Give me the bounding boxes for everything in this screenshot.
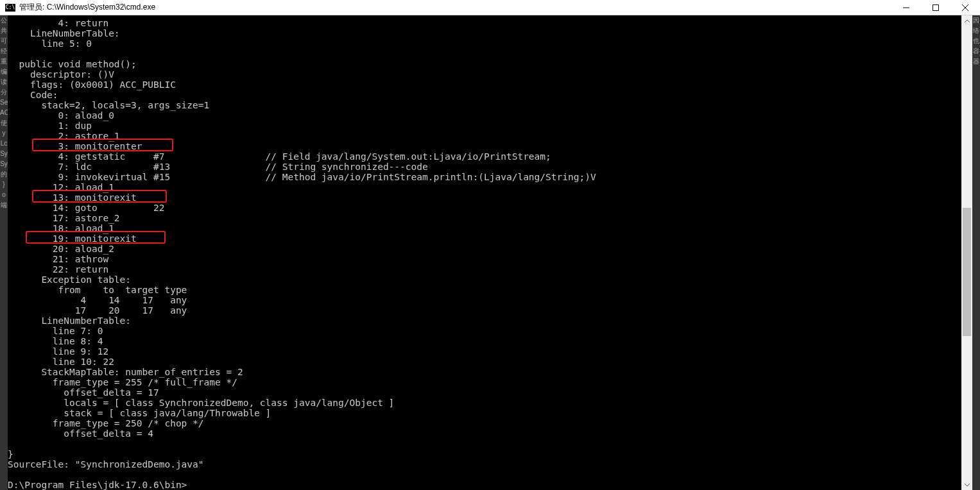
close-icon <box>962 4 968 11</box>
terminal-line: LineNumberTable: <box>8 316 961 326</box>
window-title: 管理员: C:\Windows\System32\cmd.exe <box>19 2 155 13</box>
right-occluded-strip: 因络也容器 <box>972 15 980 490</box>
terminal-line: locals = [ class SynchronizedDemo, class… <box>8 398 961 408</box>
maximize-icon <box>933 4 939 11</box>
terminal-line: frame_type = 250 /* chop */ <box>8 418 961 428</box>
cmd-icon: C:\ <box>5 4 15 12</box>
terminal-line: 0: aload_0 <box>8 110 961 121</box>
terminal-line <box>8 49 961 59</box>
terminal-line: Exception table: <box>8 275 961 285</box>
terminal-line: line 5: 0 <box>8 38 961 49</box>
svg-rect-1 <box>933 4 939 10</box>
terminal-output[interactable]: 4: return LineNumberTable: line 5: 0 pub… <box>8 15 961 490</box>
scroll-down-button[interactable] <box>961 479 972 490</box>
chevron-up-icon <box>965 19 970 24</box>
terminal-line: 18: aload_1 <box>8 223 961 233</box>
terminal-line: 7: ldc #13 // String synchronized---code <box>8 162 961 172</box>
terminal-line: 9: invokevirtual #15 // Method java/io/P… <box>8 172 961 182</box>
terminal-line: line 9: 12 <box>8 346 961 357</box>
terminal-line: 17 20 17 any <box>8 305 961 316</box>
terminal-line: D:\Program Files\jdk-17.0.6\bin> <box>8 480 961 490</box>
terminal-line: StackMapTable: number_of_entries = 2 <box>8 367 961 377</box>
minimize-button[interactable] <box>891 0 921 15</box>
chevron-down-icon <box>965 482 970 487</box>
close-button[interactable] <box>950 0 980 15</box>
terminal-line: 19: monitorexit <box>8 233 961 244</box>
cmd-window: C:\ 管理员: C:\Windows\System32\cmd.exe 公共可… <box>0 0 980 490</box>
terminal-line: line 7: 0 <box>8 326 961 336</box>
scrollbar[interactable] <box>961 15 972 490</box>
scroll-thumb[interactable] <box>963 208 971 336</box>
terminal-line <box>8 439 961 449</box>
titlebar[interactable]: C:\ 管理员: C:\Windows\System32\cmd.exe <box>0 0 980 15</box>
terminal-line: 12: aload_1 <box>8 182 961 192</box>
terminal-line: 17: astore_2 <box>8 213 961 223</box>
terminal-line: flags: (0x0001) ACC_PUBLIC <box>8 80 961 90</box>
terminal-line: frame_type = 255 /* full_frame */ <box>8 377 961 387</box>
minimize-icon <box>903 4 909 11</box>
terminal-line: Code: <box>8 90 961 100</box>
terminal-line: SourceFile: "SynchronizedDemo.java" <box>8 459 961 469</box>
terminal-line: LineNumberTable: <box>8 28 961 38</box>
maximize-button[interactable] <box>921 0 950 15</box>
terminal-line: 4: return <box>8 18 961 28</box>
terminal-line: 4 14 17 any <box>8 295 961 305</box>
terminal-line: 21: athrow <box>8 254 961 264</box>
terminal-line: 2: astore_1 <box>8 131 961 141</box>
terminal-line: line 10: 22 <box>8 357 961 367</box>
client-area: 公共可经重编读分SeAC使yLcSySy的}o端 4: return LineN… <box>0 15 980 490</box>
terminal-line: offset_delta = 17 <box>8 387 961 398</box>
terminal-line: 3: monitorenter <box>8 141 961 151</box>
terminal-line: 14: goto 22 <box>8 203 961 213</box>
terminal-line: 22: return <box>8 264 961 275</box>
terminal-line: public void method(); <box>8 59 961 69</box>
terminal-line: stack = [ class java/lang/Throwable ] <box>8 408 961 418</box>
terminal-line: 13: monitorexit <box>8 192 961 203</box>
terminal-line: 1: dup <box>8 121 961 131</box>
left-occluded-strip: 公共可经重编读分SeAC使yLcSySy的}o端 <box>0 15 8 490</box>
terminal-line: from to target type <box>8 285 961 295</box>
scroll-up-button[interactable] <box>961 15 972 26</box>
terminal-line: 4: getstatic #7 // Field java/lang/Syste… <box>8 151 961 162</box>
terminal-line: descriptor: ()V <box>8 69 961 80</box>
terminal-line: stack=2, locals=3, args_size=1 <box>8 100 961 110</box>
terminal-line: 20: aload_2 <box>8 244 961 254</box>
terminal-line <box>8 469 961 480</box>
window-buttons <box>891 0 980 15</box>
terminal-line: offset_delta = 4 <box>8 428 961 439</box>
terminal-line: } <box>8 449 961 459</box>
terminal-line: line 8: 4 <box>8 336 961 346</box>
